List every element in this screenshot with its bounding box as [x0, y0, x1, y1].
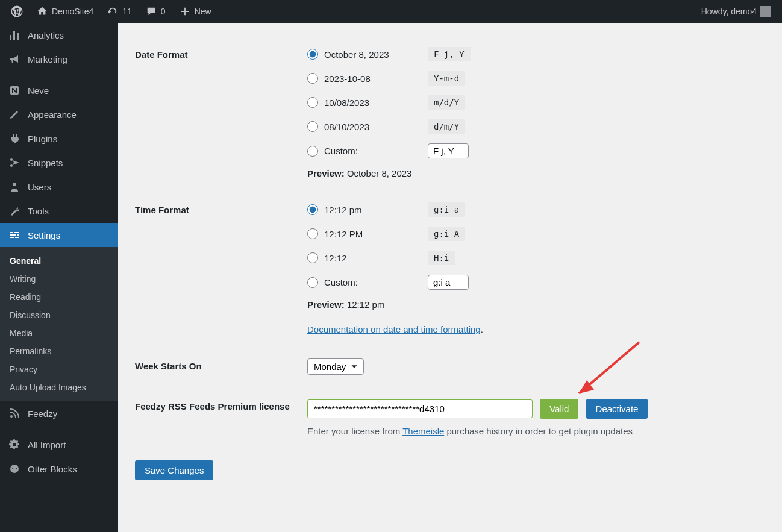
- themeisle-link[interactable]: Themeisle: [402, 426, 444, 436]
- date-radio-0[interactable]: [307, 49, 318, 60]
- time-opt-label: 12:12: [324, 253, 347, 263]
- date-opt-label: October 8, 2023: [324, 49, 389, 60]
- updates[interactable]: 11: [102, 0, 137, 23]
- wordpress-icon: [11, 5, 23, 17]
- new-content[interactable]: New: [174, 0, 216, 23]
- sidebar-item-otter[interactable]: Otter Blocks: [0, 457, 118, 481]
- date-custom-input[interactable]: [428, 143, 469, 158]
- sidebar-item-label: Settings: [28, 230, 60, 240]
- sidebar-item-label: Plugins: [28, 134, 57, 144]
- time-opt-custom[interactable]: Custom:: [307, 277, 428, 288]
- updates-count: 11: [122, 7, 132, 16]
- neve-icon: [8, 84, 20, 96]
- date-opt-code: F j, Y: [428, 47, 471, 61]
- time-radio-custom[interactable]: [307, 277, 318, 288]
- date-opt-1[interactable]: 2023-10-08: [307, 73, 428, 84]
- date-radio-2[interactable]: [307, 97, 318, 108]
- time-preview-value: 12:12 pm: [347, 299, 385, 310]
- time-opt-label: 12:12 PM: [324, 229, 363, 239]
- sidebar-item-plugins[interactable]: Plugins: [0, 127, 118, 151]
- time-format-heading: Time Format: [135, 190, 301, 346]
- submenu-privacy[interactable]: Privacy: [0, 360, 118, 378]
- date-opt-2[interactable]: 10/08/2023: [307, 97, 428, 108]
- date-opt-custom[interactable]: Custom:: [307, 146, 428, 157]
- submenu-writing[interactable]: Writing: [0, 270, 118, 288]
- valid-button[interactable]: Valid: [540, 399, 578, 419]
- submenu-discussion[interactable]: Discussion: [0, 306, 118, 324]
- sidebar-item-tools[interactable]: Tools: [0, 199, 118, 223]
- admin-bar: DemoSite4 11 0 New Howdy, demo4: [0, 0, 782, 23]
- site-name[interactable]: DemoSite4: [31, 0, 98, 23]
- sidebar-item-label: Snippets: [28, 158, 63, 168]
- time-custom-label: Custom:: [324, 277, 358, 287]
- submenu-auto-upload[interactable]: Auto Upload Images: [0, 378, 118, 396]
- date-radio-3[interactable]: [307, 121, 318, 132]
- settings-submenu: General Writing Reading Discussion Media…: [0, 247, 118, 401]
- date-radio-1[interactable]: [307, 73, 318, 84]
- sidebar-item-label: Users: [28, 182, 51, 192]
- sidebar-item-label: Feedzy: [28, 408, 57, 419]
- sidebar-item-analytics[interactable]: Analytics: [0, 23, 118, 47]
- week-select[interactable]: Monday: [307, 358, 364, 375]
- time-opt-code: g:i A: [428, 227, 465, 241]
- settings-content: Date Format October 8, 2023F j, Y 2023-1…: [118, 23, 782, 532]
- svg-point-9: [12, 468, 13, 469]
- megaphone-icon: [8, 53, 20, 65]
- time-opt-code: g:i a: [428, 202, 465, 217]
- date-preview-value: October 8, 2023: [347, 168, 412, 178]
- time-radio-2[interactable]: [307, 252, 318, 263]
- date-opt-code: Y-m-d: [428, 71, 465, 86]
- home-icon: [36, 5, 48, 17]
- submenu-media[interactable]: Media: [0, 324, 118, 342]
- date-opt-label: 2023-10-08: [324, 74, 371, 84]
- doc-link[interactable]: Documentation on date and time formattin…: [307, 324, 481, 334]
- date-opt-0[interactable]: October 8, 2023: [307, 49, 428, 60]
- admin-bar-left: DemoSite4 11 0 New: [6, 0, 216, 23]
- svg-point-10: [16, 468, 17, 469]
- date-opt-3[interactable]: 08/10/2023: [307, 121, 428, 132]
- wp-logo[interactable]: [6, 0, 28, 23]
- sidebar-item-users[interactable]: Users: [0, 175, 118, 199]
- time-opt-0[interactable]: 12:12 pm: [307, 204, 428, 215]
- date-opt-code: d/m/Y: [428, 119, 465, 134]
- time-custom-input[interactable]: [428, 275, 469, 290]
- sidebar-item-neve[interactable]: Neve: [0, 78, 118, 102]
- sidebar-item-label: Otter Blocks: [28, 464, 77, 474]
- time-opt-1[interactable]: 12:12 PM: [307, 228, 428, 239]
- save-button[interactable]: Save Changes: [135, 460, 213, 480]
- sidebar-item-feedzy[interactable]: Feedzy: [0, 401, 118, 425]
- comment-icon: [145, 5, 157, 17]
- svg-point-6: [13, 183, 16, 186]
- submenu-general[interactable]: General: [0, 252, 118, 270]
- refresh-icon: [107, 5, 119, 17]
- date-custom-label: Custom:: [324, 146, 358, 156]
- submenu-permalinks[interactable]: Permalinks: [0, 342, 118, 360]
- sidebar-item-allimport[interactable]: All Import: [0, 433, 118, 457]
- svg-rect-0: [10, 35, 11, 40]
- sidebar-item-snippets[interactable]: Snippets: [0, 151, 118, 175]
- deactivate-button[interactable]: Deactivate: [586, 399, 648, 419]
- time-opt-2[interactable]: 12:12: [307, 252, 428, 263]
- date-radio-custom[interactable]: [307, 146, 318, 157]
- sidebar-item-marketing[interactable]: Marketing: [0, 47, 118, 71]
- sliders-icon: [8, 229, 20, 241]
- time-radio-1[interactable]: [307, 228, 318, 239]
- settings-form: Date Format October 8, 2023F j, Y 2023-1…: [135, 35, 765, 448]
- date-opt-code: m/d/Y: [428, 95, 465, 110]
- license-input[interactable]: [307, 399, 533, 418]
- date-preview-label: Preview:: [307, 168, 345, 178]
- sidebar-item-label: Marketing: [28, 54, 67, 64]
- brush-icon: [8, 108, 20, 120]
- avatar-icon: [760, 6, 771, 17]
- sidebar-item-appearance[interactable]: Appearance: [0, 102, 118, 127]
- gear-icon: [8, 439, 20, 451]
- sidebar-item-settings[interactable]: Settings: [0, 223, 118, 247]
- comments[interactable]: 0: [140, 0, 170, 23]
- submenu-reading[interactable]: Reading: [0, 288, 118, 306]
- time-radio-0[interactable]: [307, 204, 318, 215]
- account[interactable]: Howdy, demo4: [696, 0, 776, 23]
- time-opt-label: 12:12 pm: [324, 205, 362, 215]
- svg-rect-2: [17, 33, 19, 40]
- admin-bar-right: Howdy, demo4: [696, 0, 776, 23]
- wrench-icon: [8, 205, 20, 217]
